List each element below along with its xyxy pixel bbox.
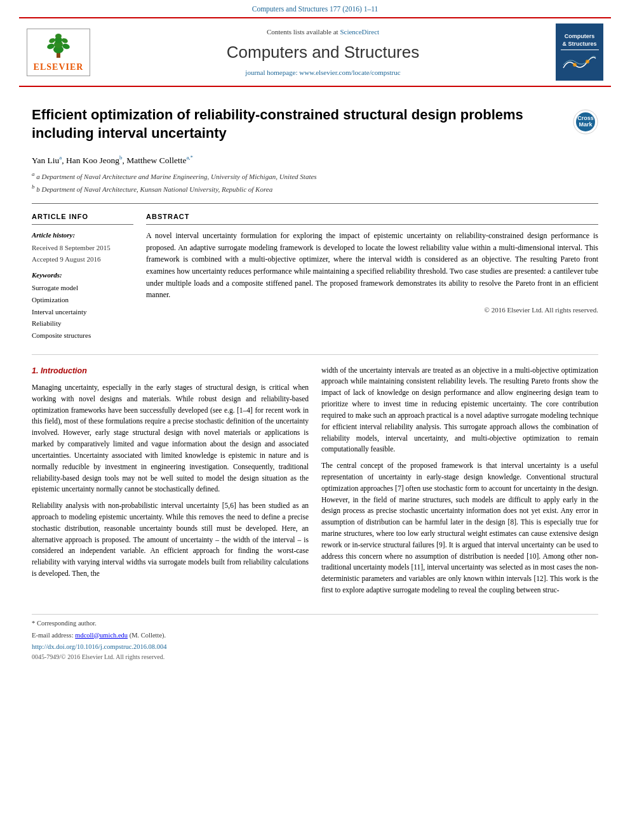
svg-text:Cross: Cross [577, 115, 594, 121]
intro-para-3: width of the uncertainty intervals are t… [321, 365, 598, 456]
abstract-text: A novel interval uncertainty formulation… [146, 230, 598, 301]
body-col-left: 1. Introduction Managing uncertainty, es… [32, 365, 309, 601]
abstract-panel: ABSTRACT A novel interval uncertainty fo… [146, 211, 598, 342]
article-info-panel: ARTICLE INFO Article history: Received 8… [32, 211, 133, 342]
paper-title: Efficient optimization of reliability-co… [32, 106, 553, 142]
authors-line: Yan Liua, Han Koo Jeongb, Matthew Collet… [32, 154, 598, 167]
article-meta-section: ARTICLE INFO Article history: Received 8… [32, 203, 598, 342]
paper-title-section: Efficient optimization of reliability-co… [32, 93, 598, 149]
elsevier-tree-icon [39, 30, 77, 59]
intro-para-1: Managing uncertainty, especially in the … [32, 382, 309, 495]
sciencedirect-link[interactable]: ScienceDirect [340, 28, 379, 36]
elsevier-logo: ELSEVIER [27, 29, 90, 76]
keyword-1: Surrogate model [32, 282, 133, 294]
section1-heading: 1. Introduction [32, 365, 309, 377]
body-section: 1. Introduction Managing uncertainty, es… [32, 354, 598, 601]
email-note: E-mail address: mdcoll@umich.edu (M. Col… [32, 630, 598, 641]
received-date: Received 8 September 2015 [32, 243, 133, 253]
affiliation-b: b b Department of Naval Architecture, Ku… [32, 182, 598, 195]
journal-cover: Computers& Structures [556, 23, 603, 81]
abstract-heading: ABSTRACT [146, 211, 598, 225]
keyword-5: Composite structures [32, 330, 133, 342]
cover-title-text: Computers& Structures [562, 33, 596, 48]
article-info-heading: ARTICLE INFO [32, 211, 133, 225]
accepted-date: Accepted 9 August 2016 [32, 254, 133, 265]
abstract-copyright: © 2016 Elsevier Ltd. All rights reserved… [146, 305, 598, 316]
intro-para-4: The central concept of the proposed fram… [321, 460, 598, 596]
history-label: Article history: [32, 230, 133, 241]
cover-graphic-icon [562, 52, 597, 71]
affiliations: a a Department of Naval Architecture and… [32, 170, 598, 196]
doi-link[interactable]: http://dx.doi.org/10.1016/j.compstruc.20… [32, 642, 598, 652]
header-center: Contents lists available at ScienceDirec… [90, 27, 556, 77]
svg-point-9 [573, 63, 577, 67]
journal-volume-ref: Computers and Structures 177 (2016) 1–11 [0, 0, 630, 17]
crossmark-badge: Cross Mark [573, 109, 598, 138]
article-footer: * Corresponding author. E-mail address: … [32, 614, 598, 662]
keywords-list: Surrogate model Optimization Interval un… [32, 282, 133, 341]
article-content: Efficient optimization of reliability-co… [0, 87, 630, 674]
email-link[interactable]: mdcoll@umich.edu [75, 632, 128, 639]
elsevier-brand-text: ELSEVIER [34, 60, 84, 74]
intro-para-2: Reliability analysis with non-probabilis… [32, 500, 309, 580]
contents-available-text: Contents lists available at ScienceDirec… [103, 27, 543, 37]
journal-header: ELSEVIER Contents lists available at Sci… [19, 17, 611, 87]
issn-text: 0045-7949/© 2016 Elsevier Ltd. All right… [32, 652, 598, 662]
svg-text:Mark: Mark [579, 121, 593, 128]
affiliation-a: a a Department of Naval Architecture and… [32, 170, 598, 182]
svg-point-10 [586, 60, 589, 63]
journal-homepage: journal homepage: www.elsevier.com/locat… [103, 67, 543, 78]
body-col-right: width of the uncertainty intervals are t… [321, 365, 598, 601]
keyword-2: Optimization [32, 294, 133, 306]
journal-title: Computers and Structures [103, 40, 543, 65]
keyword-3: Interval uncertainty [32, 306, 133, 318]
corresponding-author-note: * Corresponding author. [32, 618, 598, 629]
journal-url[interactable]: www.elsevier.com/locate/compstruc [299, 69, 400, 76]
svg-point-4 [55, 34, 62, 39]
svg-rect-0 [57, 53, 60, 58]
keywords-label: Keywords: [32, 270, 133, 281]
keyword-4: Reliability [32, 317, 133, 330]
